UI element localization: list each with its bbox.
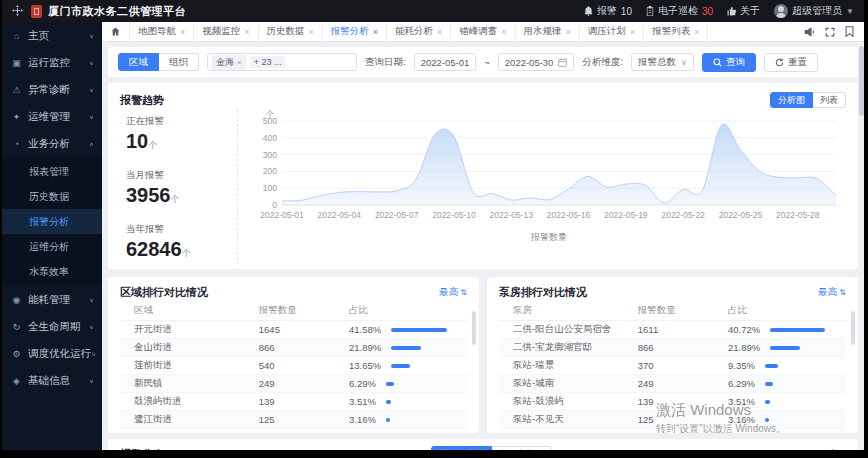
thumb-up-icon [727,7,736,16]
alarm-notification[interactable]: 报警 10 [584,4,632,18]
sidebar-item-alarm-analysis[interactable]: 报警分析 [2,209,102,234]
chevron-down-icon: ▼ [846,7,854,16]
table-row[interactable]: 泵站-鼓浪屿1393.51% [499,392,846,410]
table-row[interactable]: 开元街道164541.58% [120,320,467,338]
date-end-input[interactable]: 2022-05-30 [498,53,575,71]
sort-icon: ⇅ [839,288,846,297]
tab-home[interactable] [102,22,130,41]
pie-chart-icon: ◔ [10,139,23,149]
sidebar-item-dispatch-optimization[interactable]: ⚙ 调度优化运行 ∨ [2,340,102,367]
table-row[interactable]: 莲前街道54013.65% [120,356,467,374]
close-icon[interactable]: × [566,27,571,37]
refresh-icon [775,58,784,67]
svg-text:300: 300 [263,150,277,160]
dimension-select[interactable]: 报警总数 ∨ [631,53,694,71]
sidebar-item-monitoring[interactable]: ▣ 运行监控 ∨ [2,49,102,76]
tab-energy-analysis[interactable]: 能耗分析× [387,22,451,41]
percent-bar [765,400,770,404]
by-device-type-button[interactable]: 按设备类型 [431,446,492,450]
tab-alarm-list[interactable]: 报警列表× [644,22,708,41]
table-row[interactable]: 二供-阳台山公安局宿舍161140.72% [499,320,846,338]
chevron-down-icon: ∨ [681,58,687,67]
remove-tag-icon[interactable]: × [237,58,242,67]
table-row[interactable]: 新民镇2496.29% [120,374,467,392]
segment-region-button[interactable]: 区域 [118,53,159,71]
app-window: 厦门市政水务二供管理平台 报警 10 电子巡检 30 关于 超级管理员 ▼ [2,0,864,450]
sidebar-item-home[interactable]: ⌂ 主页 ∨ [2,22,102,49]
monitor-icon: ▣ [10,58,23,68]
close-icon[interactable]: × [694,27,699,37]
tab-bar: 地图导航× 视频监控× 历史数据× 报警分析× 能耗分析× 错峰调蓄× [102,22,864,42]
tab-map-navigation[interactable]: 地图导航× [130,22,194,41]
info-icon: ◈ [10,376,23,386]
table-scrollbar[interactable] [472,311,476,345]
announcement-icon[interactable] [804,27,815,37]
sidebar-item-report-management[interactable]: 报表管理 [2,159,102,184]
tab-pressure-plan[interactable]: 调压计划× [580,22,644,41]
dimension-label: 分析维度: [582,56,623,69]
sidebar-item-basic-info[interactable]: ◈ 基础信息 ∨ [2,367,102,394]
page-scrollbar[interactable] [859,46,864,116]
business-analysis-submenu: 报表管理 历史数据 报警分析 运维分析 水泵效率 [2,157,102,286]
search-button[interactable]: 查询 [702,53,756,72]
table-row[interactable]: 泵站-不见天1253.16% [499,410,846,428]
sidebar-item-diagnosis[interactable]: ⚠ 异常诊断 ∨ [2,76,102,103]
table-row[interactable]: 鹭江街道1253.16% [120,410,467,428]
region-multiselect[interactable]: 金海 × + 23 ... [207,53,357,71]
alarm-label: 报警 [597,4,617,18]
table-row[interactable]: 二供-宝龙御湖官邸86621.89% [499,338,846,356]
date-separator: ~ [484,57,490,68]
distribution-sort-link[interactable]: 最高 ⇅ [818,448,846,451]
sidebar-item-lifecycle[interactable]: ↻ 全生命周期 ∨ [2,313,102,340]
inspection-notification[interactable]: 电子巡检 30 [646,4,713,18]
panel-icon[interactable] [845,26,854,37]
move-icon[interactable] [12,5,23,18]
close-icon[interactable]: × [437,27,442,37]
more-tags[interactable]: + 23 ... [250,56,286,68]
close-icon[interactable]: × [309,27,314,37]
tab-history-data[interactable]: 历史数据× [259,22,323,41]
table-row[interactable]: 泵站-城南2496.29% [499,374,846,392]
table-row[interactable]: 泵站-瑞景3709.35% [499,356,846,374]
percent-bar [386,382,394,386]
tab-peak-storage[interactable]: 错峰调蓄× [451,22,515,41]
content-area: 区域 组织 金海 × + 23 ... 查询日期: 2022-05-01 [102,42,864,450]
by-vendor-type-button[interactable]: 按厂家类型 [492,446,552,450]
sidebar-item-history-data[interactable]: 历史数据 [2,184,102,209]
close-icon[interactable]: × [373,27,378,37]
svg-text:2022-05-04: 2022-05-04 [318,210,362,220]
home-icon: ⌂ [10,31,23,41]
close-icon[interactable]: × [501,27,506,37]
list-view-button[interactable]: 列表 [813,92,846,108]
date-start-input[interactable]: 2022-05-01 [414,53,477,71]
table-row[interactable]: 金山街道86621.89% [120,338,467,356]
sidebar-item-pump-efficiency[interactable]: 水泵效率 [2,259,102,284]
warning-icon: ⚠ [10,85,23,95]
about-link[interactable]: 关于 [727,4,760,18]
reset-button[interactable]: 重置 [764,53,818,72]
fullscreen-icon[interactable] [825,27,835,37]
alarm-trend-panel: 报警趋势 分析图 列表 正在报警 10个 [108,83,858,269]
tab-video-monitoring[interactable]: 视频监控× [194,22,258,41]
table-scrollbar[interactable] [851,311,855,345]
close-icon[interactable]: × [630,27,635,37]
sidebar-item-business-analysis[interactable]: ◔ 业务分析 ∧ [2,130,102,157]
segment-org-button[interactable]: 组织 [159,53,199,71]
svg-text:2022-05-07: 2022-05-07 [375,210,419,220]
close-icon[interactable]: × [180,27,185,37]
user-menu[interactable]: 超级管理员 ▼ [774,4,854,18]
sidebar-item-ops-analysis[interactable]: 运维分析 [2,234,102,259]
tab-alarm-analysis[interactable]: 报警分析× [323,22,387,41]
sidebar-item-ops-management[interactable]: ✦ 运维管理 ∨ [2,103,102,130]
pump-rank-sort-link[interactable]: 最高 ⇅ [818,286,846,299]
table-row[interactable]: 鼓浪屿街道1393.51% [120,392,467,410]
percent-bar [391,328,447,332]
platform-logo [31,5,42,18]
region-rank-sort-link[interactable]: 最高 ⇅ [439,286,467,299]
percent-bar [770,346,800,350]
chart-view-button[interactable]: 分析图 [770,92,813,108]
distribution-title: 报警分布 [120,447,164,451]
close-icon[interactable]: × [244,27,249,37]
tab-water-pattern[interactable]: 用水规律× [516,22,580,41]
sidebar-item-energy-management[interactable]: ◉ 能耗管理 ∨ [2,286,102,313]
